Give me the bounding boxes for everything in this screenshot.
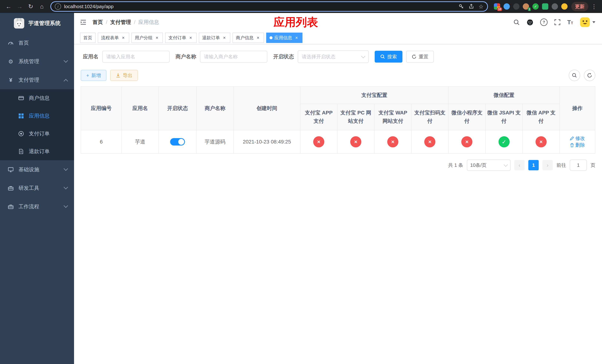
password-key-icon[interactable] [459,4,464,9]
font-size-icon[interactable]: TT [567,19,573,25]
app-logo-icon [13,18,25,29]
plus-icon: + [86,73,89,78]
sidebar-item-merchant-info[interactable]: 商户信息 [0,89,74,107]
browser-forward-button[interactable]: → [15,2,24,11]
refresh-icon [412,54,417,59]
sidebar-item-system[interactable]: ⚙ 系统管理 [0,52,74,71]
sidebar-item-infra[interactable]: 基础设施 [0,160,74,179]
wechat-app-status-icon: × [536,136,547,147]
pagination: 共 1 条 10条/页 ‹ 1 › 前往 页 [81,160,595,171]
browser-back-button[interactable]: ← [4,2,13,11]
app-logo-row[interactable]: 芋道管理系统 [0,13,74,34]
extension-blue-icon[interactable] [504,3,510,10]
grid-icon [18,113,24,119]
bookmark-star-icon[interactable]: ☆ [479,3,484,10]
close-icon[interactable]: × [154,35,160,40]
col-alipay-pc: 支付宝 PC 网站支付 [337,104,374,130]
sidebar-collapse-icon[interactable] [74,19,93,26]
close-icon[interactable]: × [222,35,227,40]
sidebar-item-payment[interactable]: ¥ 支付管理 [0,71,74,89]
cell-merchant: 芋道源码 [196,130,233,153]
wechat-mini-status-icon: × [461,136,473,147]
extension-badge: 1 [528,7,531,11]
extension-dark-icon[interactable] [513,3,519,10]
user-menu[interactable] [580,17,595,27]
fullscreen-icon[interactable] [554,19,560,25]
site-info-icon[interactable]: i [55,3,61,10]
extension-avatar-icon[interactable]: 1 [523,3,529,10]
share-icon[interactable] [469,4,474,9]
app-title: 芋道管理系统 [28,20,61,27]
extension-puzzle-icon[interactable] [552,3,558,10]
next-page-button[interactable]: › [542,160,553,170]
refresh-table-button[interactable] [584,70,595,81]
page-size-select[interactable]: 10条/页 [467,160,511,171]
sidebar-item-pay-order[interactable]: 支付订单 [0,125,74,143]
tab-label: 退款订单 [202,35,220,41]
close-icon[interactable]: × [294,35,299,40]
tab-merchant-info[interactable]: 商户信息× [233,32,264,43]
sidebar-item-label: 工作流程 [19,203,39,210]
app-name-input[interactable] [102,51,170,63]
cell-app-id: 6 [81,130,122,153]
close-icon[interactable]: × [256,35,261,40]
status-select[interactable]: 请选择开启状态 [298,50,369,63]
col-app-id: 应用编号 [81,86,122,130]
search-button[interactable]: 搜索 [375,51,402,63]
reset-button[interactable]: 重置 [406,51,434,63]
sidebar-item-label: 应用信息 [29,112,50,119]
tab-home[interactable]: 首页 [80,32,96,43]
delete-label: 删除 [575,142,585,148]
page-number-1[interactable]: 1 [528,160,539,170]
tab-app-info[interactable]: 应用信息× [266,32,302,43]
extension-chat-icon[interactable] [542,3,548,10]
sidebar-item-label: 系统管理 [19,58,39,65]
goto-page-input[interactable] [570,160,587,171]
breadcrumb-payment[interactable]: 支付管理 [110,19,131,26]
extension-emoji-icon[interactable] [561,3,568,10]
edit-button[interactable]: 修改 [570,135,585,142]
merchant-name-input[interactable] [200,51,267,63]
breadcrumb-current: 应用信息 [139,19,159,26]
browser-menu-icon[interactable]: ⋮ [590,3,598,10]
tab-user-group[interactable]: 用户分组× [131,32,163,43]
tab-refund-order[interactable]: 退款订单× [199,32,230,43]
prev-page-button[interactable]: ‹ [514,160,525,170]
chrome-update-button[interactable]: 更新 [571,2,588,11]
status-toggle[interactable] [170,138,185,146]
search-icon[interactable] [513,19,520,26]
active-dot-icon [269,36,272,39]
delete-button[interactable]: 删除 [570,142,585,148]
status-select-placeholder: 请选择开启状态 [302,54,335,60]
refresh-icon [587,73,592,78]
browser-reload-button[interactable]: ↻ [26,2,35,11]
breadcrumb-home[interactable]: 首页 [93,19,103,26]
tab-process-form[interactable]: 流程表单× [98,32,129,43]
browser-home-button[interactable]: ⌂ [37,2,47,11]
extension-check-icon[interactable]: ✓ [532,3,539,10]
sidebar-item-refund-order[interactable]: 退款订单 [0,143,74,160]
github-icon[interactable] [527,19,534,26]
extension-apps-icon[interactable]: 10 [494,3,500,10]
group-wechat-config: 微信配置 [448,86,559,104]
pencil-icon [570,136,574,140]
page-size-value: 10条/页 [470,162,486,169]
navbar-actions: ? TT [513,17,602,27]
toggle-search-button[interactable] [569,70,580,81]
col-alipay-app: 支付宝 APP 支付 [300,104,337,130]
close-icon[interactable]: × [121,35,126,40]
address-bar[interactable]: i localhost:1024/pay/app ☆ [50,1,488,12]
sidebar-item-app-info[interactable]: 应用信息 [0,107,74,125]
sidebar-item-workflow[interactable]: 工作流程 [0,197,74,216]
chevron-up-icon [64,79,68,83]
sidebar-item-devtools[interactable]: 研发工具 [0,179,74,197]
sidebar-item-home[interactable]: 首页 [0,34,74,52]
monitor-icon [7,167,14,172]
close-icon[interactable]: × [188,35,193,40]
help-icon[interactable]: ? [540,19,548,26]
tab-pay-order[interactable]: 支付订单× [165,32,197,43]
export-button[interactable]: 导出 [110,70,138,81]
tab-label: 商户信息 [236,35,254,41]
reset-button-label: 重置 [419,54,428,60]
add-button[interactable]: + 新增 [81,70,107,81]
